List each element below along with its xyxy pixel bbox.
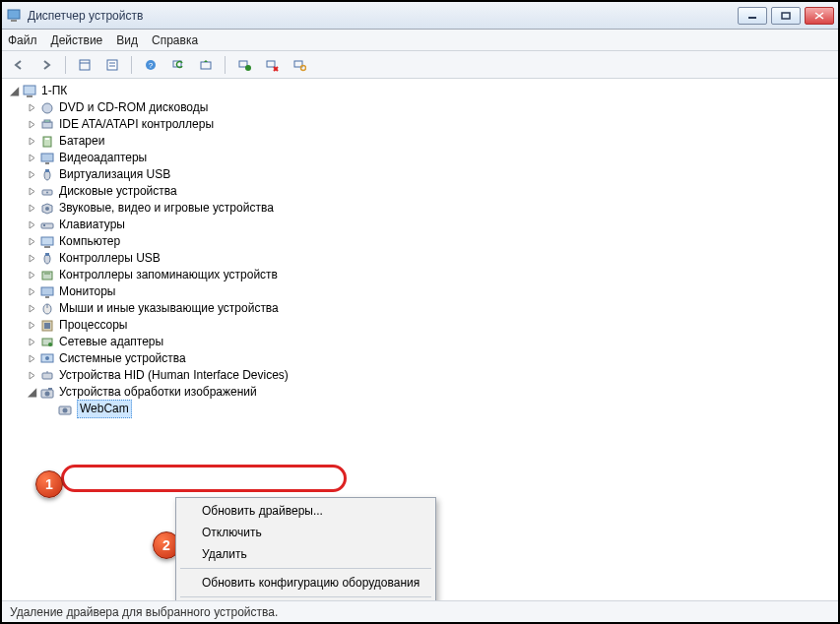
tree-item[interactable]: Видеоадаптеры <box>26 150 832 166</box>
help-button[interactable]: ? <box>140 54 162 76</box>
expand-icon[interactable] <box>26 337 37 348</box>
tree-item[interactable]: DVD и CD-ROM дисководы <box>26 99 832 116</box>
device-icon <box>39 201 55 217</box>
collapse-icon[interactable]: ◢ <box>8 86 20 97</box>
scan-button[interactable] <box>167 54 189 76</box>
svg-rect-58 <box>48 388 52 390</box>
back-button[interactable] <box>8 54 30 76</box>
camera-icon <box>39 385 55 401</box>
device-label: Мониторы <box>59 283 115 300</box>
tree-item[interactable]: Звуковые, видео и игровые устройства <box>26 200 832 217</box>
context-disable[interactable]: Отключить <box>178 522 433 543</box>
statusbar: Удаление драйвера для выбранного устройс… <box>2 600 838 622</box>
tree-item[interactable]: Мыши и иные указывающие устройства <box>26 300 832 317</box>
tree-item[interactable]: Виртуализация USB <box>26 166 832 183</box>
tree-item[interactable]: Клавиатуры <box>26 217 832 233</box>
status-text: Удаление драйвера для выбранного устройс… <box>10 605 278 619</box>
context-update-drivers[interactable]: Обновить драйверы... <box>178 500 433 522</box>
expand-icon[interactable] <box>26 102 37 114</box>
uninstall-button[interactable] <box>261 54 283 76</box>
expand-icon[interactable] <box>26 320 37 332</box>
forward-button[interactable] <box>35 54 57 76</box>
expand-icon[interactable] <box>26 153 37 164</box>
expand-icon[interactable] <box>26 136 37 148</box>
device-label: Контроллеры запоминающих устройств <box>59 267 278 283</box>
tree-item[interactable]: Процессоры <box>26 317 832 334</box>
device-icon <box>39 335 55 350</box>
tree-item[interactable]: Устройства HID (Human Interface Devices) <box>26 367 832 384</box>
highlight-1 <box>61 465 347 492</box>
show-hide-console-button[interactable] <box>74 54 96 76</box>
refresh-button[interactable] <box>289 54 310 76</box>
close-button[interactable] <box>805 7 834 25</box>
expand-icon[interactable] <box>26 303 37 315</box>
svg-point-16 <box>245 65 251 71</box>
tree-root[interactable]: ◢ 1-ПК <box>8 83 832 99</box>
tree-item[interactable]: Контроллеры запоминающих устройств <box>26 267 832 283</box>
minimize-button[interactable] <box>738 7 767 25</box>
expand-icon[interactable] <box>26 203 37 215</box>
context-menu: Обновить драйверы... Отключить Удалить О… <box>175 497 436 600</box>
device-label: Процессоры <box>59 317 128 334</box>
context-uninstall[interactable]: Удалить <box>178 543 433 565</box>
device-label: Дисковые устройства <box>59 183 177 200</box>
device-icon <box>39 284 55 300</box>
enable-button[interactable] <box>233 54 255 76</box>
properties-button[interactable] <box>101 54 123 76</box>
tree-item[interactable]: Контроллеры USB <box>26 250 832 267</box>
tree-item[interactable]: Системные устройства <box>26 350 832 367</box>
tree-item[interactable]: Компьютер <box>26 233 832 250</box>
svg-rect-54 <box>42 373 52 379</box>
tree-item[interactable]: IDE ATA/ATAPI контроллеры <box>26 116 832 133</box>
context-separator <box>180 568 431 569</box>
svg-point-35 <box>45 207 49 211</box>
svg-rect-42 <box>42 272 52 280</box>
expand-icon[interactable] <box>26 119 37 131</box>
device-label: Клавиатуры <box>59 217 125 233</box>
expand-icon[interactable] <box>26 370 37 382</box>
device-label: DVD и CD-ROM дисководы <box>59 99 208 116</box>
expand-icon[interactable] <box>26 270 37 281</box>
expand-icon[interactable] <box>26 219 37 231</box>
window-title: Диспетчер устройств <box>28 9 738 23</box>
menu-view[interactable]: Вид <box>116 33 138 47</box>
expand-icon[interactable] <box>26 253 37 265</box>
tree-item[interactable]: Сетевые адаптеры <box>26 334 832 350</box>
svg-point-60 <box>63 407 68 412</box>
svg-rect-45 <box>45 296 49 298</box>
svg-rect-23 <box>27 95 32 97</box>
expand-icon[interactable] <box>26 353 37 365</box>
tree-item[interactable]: Мониторы <box>26 283 832 300</box>
tree-item[interactable]: Дисковые устройства <box>26 183 832 200</box>
svg-rect-26 <box>44 120 50 122</box>
device-label: Системные устройства <box>59 350 186 367</box>
menu-action[interactable]: Действие <box>51 33 103 47</box>
svg-point-34 <box>46 191 48 193</box>
tree-item-webcam[interactable]: WebCam <box>43 401 832 417</box>
expand-icon[interactable] <box>26 186 37 198</box>
device-label: Батареи <box>59 133 104 150</box>
svg-rect-38 <box>41 237 53 245</box>
tree-item-imaging[interactable]: ◢ Устройства обработки изображений <box>26 384 832 401</box>
tree-item[interactable]: Батареи <box>26 133 832 150</box>
svg-rect-37 <box>43 224 45 226</box>
maximize-button[interactable] <box>771 7 801 25</box>
update-driver-button[interactable] <box>195 54 217 76</box>
menu-help[interactable]: Справка <box>152 33 198 47</box>
collapse-icon[interactable]: ◢ <box>26 387 37 399</box>
menu-file[interactable]: Файл <box>8 33 37 47</box>
svg-rect-29 <box>41 154 53 161</box>
device-icon <box>39 351 55 367</box>
expand-icon[interactable] <box>26 236 37 248</box>
context-scan[interactable]: Обновить конфигурацию оборудования <box>178 572 433 593</box>
device-icon <box>39 368 55 384</box>
expand-icon[interactable] <box>26 286 37 298</box>
device-label: Компьютер <box>59 233 120 250</box>
titlebar: Диспетчер устройств <box>2 2 838 30</box>
device-icon <box>39 268 55 283</box>
expand-icon[interactable] <box>26 169 37 181</box>
device-icon <box>39 151 55 166</box>
webcam-icon <box>57 402 73 417</box>
device-label: Звуковые, видео и игровые устройства <box>59 200 274 217</box>
svg-rect-0 <box>8 10 20 19</box>
